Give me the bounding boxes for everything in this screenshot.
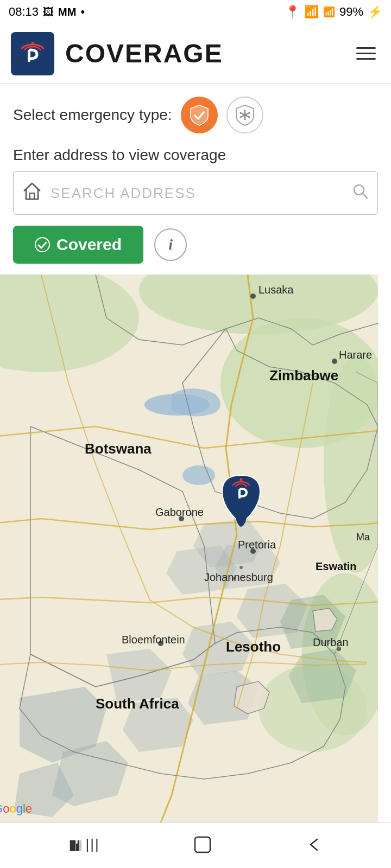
svg-point-10 [239, 117, 241, 118]
emergency-buttons [181, 97, 263, 133]
status-left: 08:13 🖼 MM • [9, 5, 85, 19]
svg-point-5 [244, 110, 245, 112]
svg-text:Pretoria: Pretoria [238, 539, 276, 551]
logo-box [11, 32, 54, 75]
search-box [13, 171, 378, 215]
nav-back-button[interactable] [294, 831, 333, 859]
svg-text:Bloemfontein: Bloemfontein [122, 634, 185, 646]
covered-row: Covered i [13, 226, 378, 275]
svg-text:South Africa: South Africa [96, 695, 179, 712]
svg-point-38 [332, 359, 337, 364]
status-time: 08:13 [9, 5, 39, 19]
svg-point-1 [31, 42, 34, 44]
wifi-icon: 📶 [304, 5, 319, 19]
svg-point-37 [250, 293, 256, 299]
emergency-section: Select emergency type: [13, 97, 378, 133]
info-button[interactable]: i [154, 228, 187, 261]
address-label: Enter address to view coverage [13, 146, 378, 164]
info-icon: i [168, 236, 173, 253]
svg-point-8 [248, 117, 250, 118]
svg-text:Ma: Ma [356, 532, 370, 542]
gallery-icon: 🖼 [43, 6, 54, 18]
header: COVERAGE [0, 24, 391, 84]
nav-bar: ||| [0, 822, 391, 866]
map-svg: Lusaka Harare Zimbabwe Botswana Gaborone… [0, 275, 378, 822]
status-bar: 08:13 🖼 MM • 📍 📶 📶 99% ⚡ [0, 0, 391, 24]
svg-rect-11 [30, 193, 34, 199]
svg-text:Harare: Harare [339, 349, 372, 361]
status-right: 📍 📶 📶 99% ⚡ [285, 5, 382, 19]
svg-text:Johannesburg: Johannesburg [204, 571, 273, 583]
dot-icon: • [80, 5, 85, 19]
message-icon: MM [58, 6, 76, 18]
hamburger-line-3 [356, 58, 376, 60]
app-logo-icon [19, 40, 46, 67]
battery-icon: ⚡ [368, 5, 382, 19]
svg-text:Zimbabwe: Zimbabwe [269, 367, 338, 384]
emergency-btn-medical[interactable] [226, 97, 263, 133]
svg-point-59 [240, 478, 243, 481]
nav-recent-button[interactable]: ||| [58, 831, 111, 859]
svg-point-23 [182, 465, 215, 485]
search-magnifier-icon [352, 183, 369, 203]
google-watermark: Google [0, 802, 32, 816]
svg-point-41 [239, 566, 243, 569]
nav-home-button[interactable] [182, 829, 223, 860]
main-content: Select emergency type: [0, 84, 391, 275]
nav-recent-label: ||| [86, 836, 100, 853]
svg-rect-0 [28, 50, 30, 62]
covered-button-label: Covered [56, 235, 122, 254]
emergency-label-row: Select emergency type: [13, 97, 378, 133]
hamburger-line-1 [356, 47, 376, 49]
svg-rect-66 [195, 837, 210, 852]
covered-button[interactable]: Covered [13, 226, 143, 264]
svg-rect-62 [79, 840, 81, 851]
signal-icon: 📶 [323, 6, 335, 18]
covered-check-icon [35, 237, 50, 252]
svg-text:Durban: Durban [313, 636, 349, 648]
battery-text: 99% [339, 5, 363, 19]
svg-text:Lusaka: Lusaka [258, 284, 294, 296]
page-title: COVERAGE [65, 39, 352, 68]
svg-text:Eswatin: Eswatin [316, 560, 357, 572]
medical-shield-icon [235, 104, 255, 126]
svg-text:Botswana: Botswana [85, 441, 152, 457]
svg-point-6 [244, 119, 245, 120]
svg-text:Gaborone: Gaborone [155, 506, 204, 518]
svg-line-13 [363, 194, 367, 198]
nav-home-icon [193, 835, 212, 854]
location-icon: 📍 [285, 5, 300, 19]
svg-point-9 [248, 112, 250, 114]
svg-text:Lesotho: Lesotho [226, 639, 281, 655]
hamburger-line-2 [356, 53, 376, 54]
emergency-btn-police[interactable] [181, 97, 218, 133]
nav-back-icon [305, 836, 323, 853]
address-section: Enter address to view coverage [13, 146, 378, 215]
house-icon [22, 181, 42, 205]
police-shield-icon [190, 104, 209, 126]
search-address-input[interactable] [51, 185, 346, 202]
svg-point-14 [35, 238, 49, 252]
map-container[interactable]: Lusaka Harare Zimbabwe Botswana Gaborone… [0, 275, 378, 822]
nav-recent-icon [68, 836, 86, 853]
menu-button[interactable] [352, 43, 380, 64]
svg-point-7 [239, 112, 241, 114]
emergency-label-text: Select emergency type: [13, 106, 172, 124]
